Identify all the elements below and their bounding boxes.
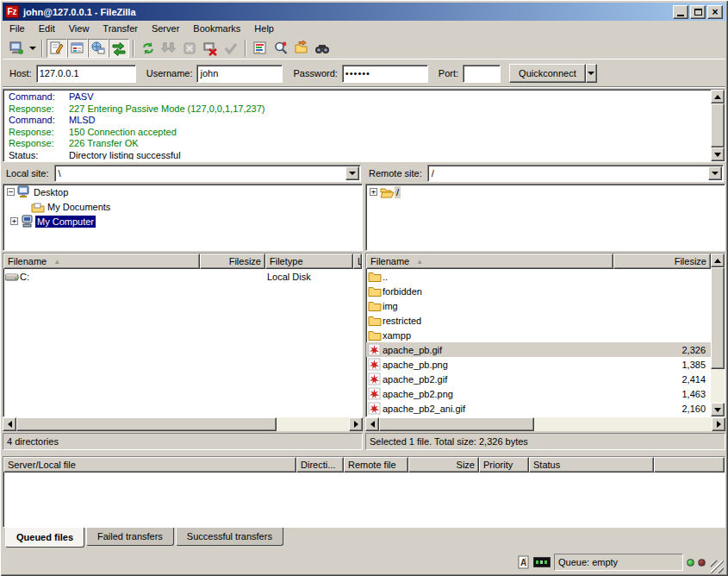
combo-dropdown-icon[interactable] (708, 166, 722, 180)
column-priority[interactable]: Priority (479, 457, 529, 473)
quickconnect-button[interactable]: Quickconnect (509, 64, 586, 83)
port-input[interactable] (463, 65, 501, 83)
search-icon[interactable] (271, 39, 291, 58)
log-line: Command:PASV (5, 91, 709, 103)
remote-file-row[interactable]: forbidden (366, 284, 711, 298)
toggle-queue-icon[interactable] (109, 39, 129, 58)
tab-queued-files[interactable]: Queued files (5, 528, 84, 548)
local-tree: − Desktop My Documents + My Computer (3, 184, 363, 251)
folder-icon (368, 271, 383, 283)
tab-successful-transfers[interactable]: Successful transfers (176, 528, 283, 546)
tree-item-my-documents[interactable]: My Documents (3, 199, 362, 214)
column-status[interactable]: Status (529, 457, 654, 473)
combo-dropdown-icon[interactable] (345, 166, 359, 180)
scroll-right-icon[interactable] (349, 417, 363, 431)
remote-file-row[interactable]: apache_pb2_ani.gif 2,160 (366, 401, 711, 416)
app-icon: Fz (5, 5, 19, 18)
scrollbar-thumb[interactable] (379, 417, 534, 431)
scrollbar-thumb[interactable] (711, 267, 725, 369)
column-size[interactable]: Size (408, 457, 479, 473)
remote-file-row[interactable]: .. (366, 269, 711, 284)
file-size: 1,463 (613, 386, 711, 401)
apply-icon[interactable] (221, 39, 241, 58)
quickconnect-dropdown-icon[interactable] (586, 64, 597, 83)
file-name: apache_pb.png (383, 360, 448, 370)
tree-item-label: My Documents (46, 201, 112, 213)
synchronized-browsing-icon[interactable] (312, 39, 333, 58)
local-file-row[interactable]: C: Local Disk (3, 269, 362, 284)
remote-file-row[interactable]: xampp (366, 328, 711, 342)
scroll-down-icon[interactable] (711, 147, 725, 161)
scroll-up-icon[interactable] (711, 90, 725, 103)
expand-icon[interactable]: + (370, 188, 377, 196)
column-filesize[interactable]: Filesize (200, 254, 265, 269)
tab-failed-transfers[interactable]: Failed transfers (86, 528, 174, 546)
remote-pane: Remote site: / + / Filename▲ Filesize .. (365, 164, 725, 450)
close-button[interactable]: × (707, 5, 723, 19)
directory-comparison-icon[interactable] (291, 39, 312, 58)
ascii-transfer-type-icon: A (518, 555, 531, 569)
menu-transfer[interactable]: Transfer (96, 22, 145, 35)
log-line: Response:150 Connection accepted (5, 127, 709, 139)
site-manager-dropdown-icon[interactable] (27, 39, 38, 58)
local-site-value: \ (55, 168, 345, 178)
cancel-icon[interactable] (179, 39, 200, 58)
disconnect-icon[interactable] (200, 39, 221, 58)
menu-edit[interactable]: Edit (32, 22, 62, 35)
remote-vscrollbar[interactable] (711, 254, 725, 416)
resize-grip[interactable] (711, 560, 724, 573)
remote-file-row[interactable]: restricted (366, 313, 711, 328)
remote-site-value: / (428, 168, 707, 178)
menu-file[interactable]: File (3, 22, 32, 35)
column-last-modified[interactable]: L (353, 254, 362, 269)
site-manager-icon[interactable] (6, 39, 27, 58)
password-input[interactable] (342, 65, 428, 83)
remote-file-row[interactable]: apache_pb.png 1,385 (366, 357, 711, 372)
log-scrollbar[interactable] (711, 90, 725, 161)
minimize-button[interactable] (673, 5, 688, 19)
refresh-icon[interactable] (138, 39, 159, 58)
tree-item-my-computer[interactable]: + My Computer (3, 214, 362, 229)
queue-status-text: Queue: empty (558, 557, 618, 567)
column-filename[interactable]: Filename▲ (3, 254, 200, 269)
menu-bookmarks[interactable]: Bookmarks (186, 22, 247, 35)
scroll-right-icon[interactable] (712, 417, 725, 431)
scroll-down-icon[interactable] (711, 403, 725, 416)
column-direction[interactable]: Directi... (296, 457, 344, 473)
tree-item-desktop[interactable]: − Desktop (3, 185, 362, 199)
menu-help[interactable]: Help (247, 22, 281, 35)
username-input[interactable] (196, 65, 283, 83)
column-server-local-file[interactable]: Server/Local file (3, 457, 296, 473)
tree-item-root[interactable]: + / (366, 185, 725, 199)
menu-server[interactable]: Server (145, 22, 186, 35)
remote-site-combo[interactable]: / (427, 165, 724, 182)
collapse-icon[interactable]: − (7, 188, 15, 196)
process-queue-icon[interactable] (159, 39, 179, 58)
toggle-log-icon[interactable] (47, 39, 67, 58)
expand-icon[interactable]: + (10, 217, 18, 225)
column-remote-file[interactable]: Remote file (344, 457, 408, 473)
remote-file-row-selected[interactable]: apache_pb.gif 2,326 (366, 342, 711, 357)
column-filetype[interactable]: Filetype (265, 254, 353, 269)
remote-file-row[interactable]: img (366, 298, 711, 313)
scroll-left-icon[interactable] (365, 417, 379, 431)
host-input[interactable] (36, 65, 136, 83)
local-site-combo[interactable]: \ (54, 165, 361, 182)
remote-file-row[interactable]: apache_pb2.gif 2,414 (366, 372, 711, 386)
scrollbar-thumb[interactable] (16, 417, 277, 431)
toggle-remote-tree-icon[interactable] (88, 39, 109, 58)
remote-file-row[interactable]: apache_pb2.png 1,463 (366, 386, 711, 401)
column-filesize[interactable]: Filesize (613, 254, 711, 269)
scroll-left-icon[interactable] (3, 417, 16, 431)
toggle-local-tree-icon[interactable] (67, 39, 88, 58)
local-hscrollbar[interactable] (3, 417, 363, 431)
remote-hscrollbar[interactable] (365, 417, 725, 431)
log-text: 226 Transfer OK (69, 138, 139, 150)
maximize-button[interactable] (690, 5, 706, 19)
local-site-label: Local site: (4, 168, 54, 178)
scrollbar-thumb[interactable] (711, 103, 725, 147)
menu-view[interactable]: View (62, 22, 96, 35)
filter-icon[interactable] (250, 39, 271, 58)
scroll-up-icon[interactable] (711, 254, 725, 267)
column-filename[interactable]: Filename▲ (366, 254, 613, 269)
